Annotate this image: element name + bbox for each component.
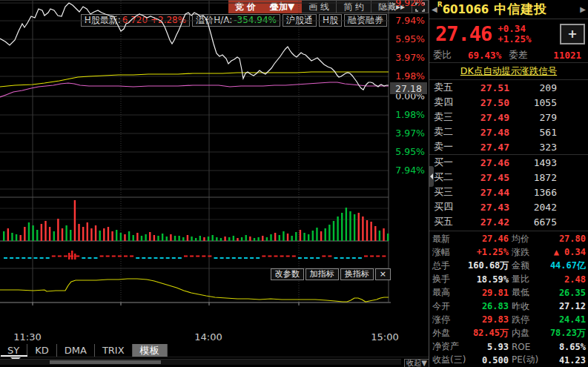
panel-collapse-grip[interactable]	[429, 166, 434, 187]
add-to-watchlist-button[interactable]: +	[560, 24, 585, 44]
buy-row[interactable]: 买三27.441366	[429, 185, 588, 199]
intraday-chart[interactable]: 9.92%7.94%5.95%3.97%1.98%0.00%1.98%3.97%…	[0, 0, 429, 305]
tab-模板[interactable]: 模板	[133, 344, 168, 357]
signal-dot	[100, 256, 104, 257]
buy-price: 27.42	[462, 216, 509, 228]
buy-row[interactable]: 买五27.426675	[429, 214, 588, 229]
stat-label: 涨停	[429, 314, 468, 326]
last-price: 27.46	[435, 22, 492, 45]
volume-bar	[174, 236, 176, 241]
stat-value: ▲ 0.34	[547, 247, 588, 257]
volume-bar	[254, 238, 255, 241]
signal-dot	[106, 256, 110, 257]
volume-bar	[24, 227, 25, 241]
buy-row[interactable]: 买四27.432042	[429, 199, 588, 214]
add-indicator-button[interactable]: 加指标	[305, 268, 339, 280]
signal-dot	[94, 257, 98, 259]
collapse-button[interactable]: 收起▼	[404, 359, 429, 367]
signal-dot	[64, 256, 67, 257]
prev-stock-arrow[interactable]: ◀	[432, 5, 437, 13]
volume-bar	[300, 230, 301, 241]
signal-dot	[4, 257, 7, 259]
edit-params-button[interactable]: 改参数	[271, 268, 304, 280]
sell-volume: 279	[509, 112, 588, 123]
volume-bar	[49, 227, 50, 241]
volume-bar	[262, 236, 263, 241]
volume-bar	[195, 238, 196, 241]
tab-dma[interactable]: DMA	[57, 344, 95, 357]
volume-bar	[312, 231, 314, 241]
signal-dot	[340, 257, 344, 259]
volume-bar	[78, 224, 79, 241]
signal-dot	[214, 257, 218, 259]
sell-row[interactable]: 卖一27.47323	[429, 139, 588, 154]
sell-row[interactable]: 卖二27.48561	[429, 125, 588, 139]
stat-label: 最低	[509, 286, 547, 299]
stat-label: ROE	[509, 342, 547, 352]
volume-bar	[358, 213, 360, 241]
switch-indicator-button[interactable]: 换指标	[340, 268, 374, 280]
quote-header: ◀ R 601066 中信建投 ▶	[429, 0, 588, 19]
signal-dot	[268, 256, 271, 257]
volume-bar	[274, 233, 276, 241]
buy-label: 买四	[429, 200, 462, 214]
volume-bar	[237, 238, 238, 241]
volume-bar	[41, 224, 42, 241]
stat-value: 27.80	[547, 234, 588, 244]
volume-bar	[249, 237, 251, 241]
stat-label: PE(动)	[509, 354, 547, 366]
volume-bar	[153, 235, 155, 241]
stat-value: +1.25%	[468, 247, 509, 257]
volume-bar	[11, 233, 13, 241]
stock-code: 601066	[443, 3, 489, 16]
sell-price: 27.51	[462, 82, 509, 93]
signal-dot	[274, 256, 278, 257]
stat-label: 换手	[429, 273, 468, 285]
volume-bar	[62, 228, 63, 241]
close-indicator-button[interactable]: ×	[375, 268, 391, 280]
hshare-overlay-line	[0, 82, 389, 97]
signal-spike	[74, 254, 76, 259]
chart-horizontal-scrollbar[interactable]	[0, 359, 401, 365]
sell-volume: 209	[509, 82, 588, 93]
signal-dot	[87, 257, 91, 259]
volume-bar	[341, 213, 343, 241]
signal-dot	[292, 256, 296, 257]
buy-row[interactable]: 买一27.461493	[429, 155, 588, 170]
stat-label: 今开	[429, 300, 468, 313]
volume-bar	[224, 237, 225, 241]
signal-dot	[112, 256, 116, 257]
volume-bar	[220, 238, 222, 241]
volume-bar	[270, 234, 271, 241]
weicha-label: 委差	[509, 49, 527, 62]
dk-signal-link[interactable]: DK点自动提示涨跌信号	[460, 65, 557, 78]
buy-volume: 6675	[509, 216, 588, 228]
tab-kd[interactable]: KD	[27, 344, 57, 357]
stat-label: 涨跌	[509, 246, 547, 259]
sell-volume: 1055	[509, 97, 588, 108]
volume-bar	[141, 236, 142, 241]
stat-row: 今开26.83昨收27.12	[429, 300, 588, 313]
next-stock-arrow[interactable]: ▶	[580, 5, 586, 13]
sell-row[interactable]: 卖三27.49279	[429, 110, 588, 125]
stat-row: 收益(三)0.500PE(动)41.23	[429, 354, 588, 367]
signal-dot	[220, 257, 224, 259]
volume-bar	[245, 235, 247, 241]
signal-dot	[172, 257, 176, 259]
sell-row[interactable]: 卖四27.501055	[429, 95, 588, 110]
signal-dot	[58, 256, 62, 257]
sell-row[interactable]: 卖五27.51209	[429, 80, 588, 95]
price-change-pct: +1.25%	[498, 34, 531, 44]
signal-dot	[160, 257, 164, 259]
stat-label: 收益(三)	[429, 354, 468, 366]
stat-value: 41.23	[547, 355, 588, 366]
volume-bar	[87, 222, 88, 241]
tab-trix[interactable]: TRIX	[95, 344, 133, 357]
scrollbar-thumb[interactable]	[50, 360, 161, 364]
buy-row[interactable]: 买二27.451872	[429, 170, 588, 185]
volume-bar	[111, 231, 113, 241]
volume-bar	[333, 221, 334, 241]
volume-bar	[387, 234, 389, 241]
signal-dot	[76, 256, 79, 257]
buy-label: 买一	[429, 156, 462, 169]
